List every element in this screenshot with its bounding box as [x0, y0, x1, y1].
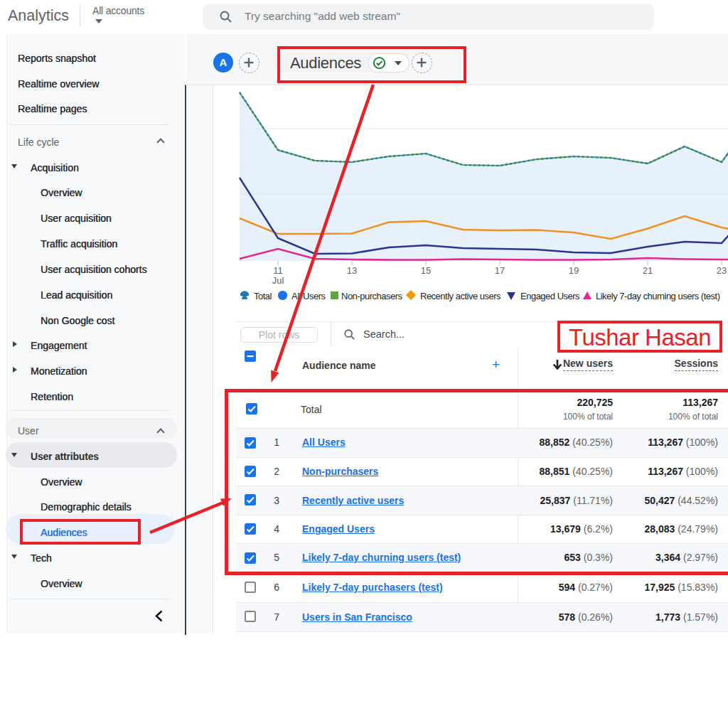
svg-text:19: 19	[569, 265, 579, 276]
svg-text:Jul: Jul	[272, 275, 284, 284]
svg-text:13: 13	[347, 265, 357, 276]
svg-text:15: 15	[421, 265, 431, 276]
svg-text:21: 21	[643, 265, 653, 276]
svg-text:23: 23	[717, 265, 727, 276]
svg-text:17: 17	[495, 265, 505, 276]
svg-text:11: 11	[273, 265, 283, 276]
